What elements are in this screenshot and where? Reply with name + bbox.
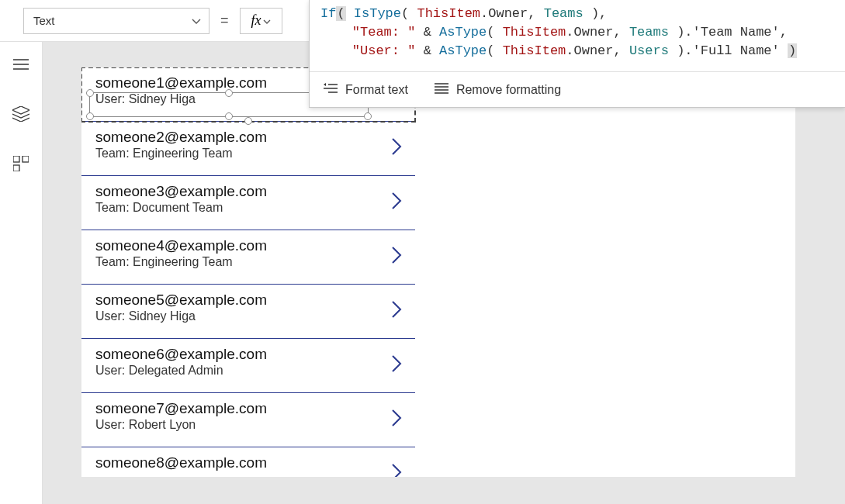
app-frame: someone1@example.comUser: Sidney Higasom… xyxy=(81,67,795,477)
gallery-item[interactable]: someone4@example.comTeam: Engineering Te… xyxy=(81,230,415,285)
gallery-item-title: someone1@example.com xyxy=(95,74,267,91)
left-rail xyxy=(0,0,43,504)
chevron-down-icon xyxy=(263,14,271,28)
format-text-icon xyxy=(324,83,338,97)
chevron-right-icon[interactable] xyxy=(390,191,403,214)
gallery-item[interactable]: someone8@example.com xyxy=(81,447,415,477)
gallery-item-subtitle: User: Sidney Higa xyxy=(95,92,267,106)
layers-icon[interactable] xyxy=(12,105,29,123)
gallery-item-title: someone3@example.com xyxy=(95,183,267,200)
gallery-item-subtitle: Team: Engineering Team xyxy=(95,255,267,269)
format-text-label: Format text xyxy=(345,83,408,97)
remove-formatting-button[interactable]: Remove formatting xyxy=(435,83,561,97)
gallery-item-subtitle: User: Robert Lyon xyxy=(95,418,267,432)
gallery-item-subtitle: Team: Engineering Team xyxy=(95,147,267,161)
chevron-right-icon[interactable] xyxy=(390,354,403,377)
property-selector-label: Text xyxy=(33,14,55,27)
formula-editor[interactable]: If( IsType( ThisItem.Owner, Teams ), "Te… xyxy=(310,0,845,71)
chevron-right-icon[interactable] xyxy=(390,462,403,477)
fx-button[interactable]: fx xyxy=(240,8,282,34)
chevron-right-icon[interactable] xyxy=(390,408,403,431)
gallery-item[interactable]: someone6@example.comUser: Delegated Admi… xyxy=(81,339,415,393)
property-selector[interactable]: Text xyxy=(23,8,210,34)
gallery-item-title: someone4@example.com xyxy=(95,237,267,254)
fx-label: fx xyxy=(251,12,261,29)
gallery-item[interactable]: someone5@example.comUser: Sidney Higa xyxy=(81,285,415,339)
gallery-item-subtitle: User: Delegated Admin xyxy=(95,364,267,378)
chevron-down-icon xyxy=(192,14,201,27)
gallery-item-title: someone5@example.com xyxy=(95,292,267,309)
components-icon[interactable] xyxy=(12,155,29,172)
hamburger-icon[interactable] xyxy=(12,56,29,73)
gallery-item-subtitle: Team: Document Team xyxy=(95,201,267,215)
formula-toolbar: Format text Remove formatting xyxy=(310,71,845,107)
chevron-right-icon[interactable] xyxy=(390,245,403,268)
gallery[interactable]: someone1@example.comUser: Sidney Higasom… xyxy=(81,67,415,477)
gallery-item-subtitle: User: Sidney Higa xyxy=(95,309,267,323)
gallery-item-title: someone6@example.com xyxy=(95,346,267,363)
format-text-button[interactable]: Format text xyxy=(324,83,408,97)
svg-rect-0 xyxy=(13,156,19,162)
gallery-item-title: someone8@example.com xyxy=(95,454,267,471)
gallery-item[interactable]: someone7@example.comUser: Robert Lyon xyxy=(81,393,415,447)
canvas-area: someone1@example.comUser: Sidney Higasom… xyxy=(43,42,845,504)
equals-label: = xyxy=(220,12,229,29)
svg-rect-1 xyxy=(23,156,29,162)
formula-panel: If( IsType( ThisItem.Owner, Teams ), "Te… xyxy=(309,0,845,108)
chevron-right-icon[interactable] xyxy=(390,299,403,323)
gallery-item-title: someone2@example.com xyxy=(95,129,267,146)
gallery-item[interactable]: someone3@example.comTeam: Document Team xyxy=(81,176,415,230)
remove-formatting-label: Remove formatting xyxy=(456,83,561,97)
chevron-right-icon[interactable] xyxy=(390,136,403,160)
remove-formatting-icon xyxy=(435,83,448,97)
gallery-item-title: someone7@example.com xyxy=(95,400,267,417)
svg-rect-2 xyxy=(13,165,19,171)
gallery-item[interactable]: someone2@example.comTeam: Engineering Te… xyxy=(81,122,415,176)
